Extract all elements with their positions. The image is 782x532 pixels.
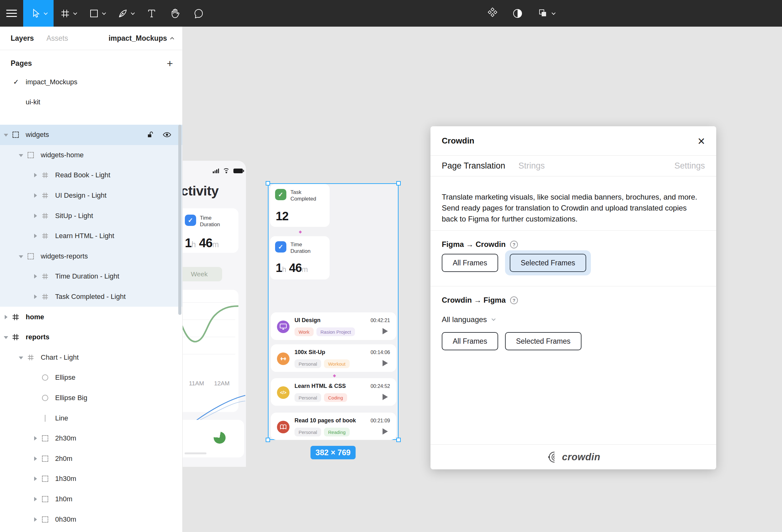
layer-row-ui-design[interactable]: UI Design - Light xyxy=(0,185,182,206)
text-tool-button[interactable] xyxy=(140,0,163,27)
selected-frame-widgets[interactable]: ✓ Task Completed 12 ✓ Time Duration 1 h … xyxy=(268,183,398,440)
play-icon[interactable] xyxy=(383,328,388,334)
frame-grid-icon xyxy=(12,333,20,341)
mask-button[interactable] xyxy=(505,7,530,20)
unlock-icon[interactable] xyxy=(146,131,154,139)
layer-row-situp[interactable]: SitUp - Light xyxy=(0,206,182,226)
page-item-ui-kit[interactable]: ui-kit xyxy=(0,92,182,112)
layer-row-2h0m[interactable]: 2h0m xyxy=(0,449,182,469)
sidebar-scrollbar[interactable] xyxy=(178,125,181,315)
layer-row-widgets-home[interactable]: widgets-home xyxy=(0,145,182,166)
section-dashed-icon xyxy=(41,516,49,523)
page-item-impact-mockups[interactable]: ✓ impact_Mockups xyxy=(0,72,182,92)
layer-row-ellipse[interactable]: Ellipse xyxy=(0,367,182,388)
line-chart-card: 11AM 12AM xyxy=(183,290,239,412)
selection-handle[interactable] xyxy=(266,181,270,185)
chevron-right-icon[interactable] xyxy=(33,497,38,502)
chevron-right-icon[interactable] xyxy=(3,315,8,320)
hand-tool-button[interactable] xyxy=(163,0,187,27)
chevron-right-icon[interactable] xyxy=(33,294,38,299)
all-frames-button[interactable]: All Frames xyxy=(442,332,498,350)
play-icon[interactable] xyxy=(383,360,388,366)
layer-row-learn-html[interactable]: Learn HTML - Light xyxy=(0,226,182,246)
week-pill[interactable]: Week xyxy=(183,267,222,281)
selection-handle[interactable] xyxy=(396,181,401,185)
modal-header: Crowdin × xyxy=(430,126,716,156)
tab-assets[interactable]: Assets xyxy=(46,34,68,43)
chevron-right-icon[interactable] xyxy=(33,213,38,218)
chevron-down-icon[interactable] xyxy=(3,334,8,340)
pages-header: Pages + xyxy=(0,55,182,72)
pie-card xyxy=(183,420,244,457)
shape-tool-button[interactable] xyxy=(82,0,111,27)
tag: Personal xyxy=(294,393,321,402)
tab-page-translation[interactable]: Page Translation xyxy=(442,161,505,171)
close-icon[interactable]: × xyxy=(698,136,705,146)
layer-row-widgets-reports[interactable]: widgets-reports xyxy=(0,246,182,267)
play-icon[interactable] xyxy=(383,394,388,400)
component-button[interactable] xyxy=(480,7,505,20)
layer-row-ellipse-big[interactable]: Ellipse Big xyxy=(0,388,182,408)
check-icon: ✓ xyxy=(275,189,286,200)
selection-handle[interactable] xyxy=(266,438,270,442)
layer-row-reports[interactable]: reports xyxy=(0,327,182,348)
tag: Work xyxy=(294,327,314,336)
help-icon[interactable]: ? xyxy=(510,241,518,248)
layer-row-2h30m[interactable]: 2h30m xyxy=(0,428,182,449)
chevron-right-icon[interactable] xyxy=(33,436,38,441)
help-icon[interactable]: ? xyxy=(510,296,518,304)
selected-frames-button[interactable]: Selected Frames xyxy=(510,254,586,272)
layer-row-widgets[interactable]: widgets xyxy=(0,125,182,145)
tab-strings[interactable]: Strings xyxy=(519,161,545,171)
canvas[interactable]: ctivity ✓ Time Duration 1 h 46 m Week xyxy=(183,27,782,532)
boolean-groups-button[interactable] xyxy=(530,7,561,20)
chevron-right-icon[interactable] xyxy=(33,456,38,461)
pen-tool-button[interactable] xyxy=(111,0,140,27)
pages-title: Pages xyxy=(11,59,32,68)
battery-icon xyxy=(234,169,243,173)
chevron-down-icon xyxy=(102,11,106,15)
page-selector-dropdown[interactable]: impact_Mockups xyxy=(108,34,174,43)
layer-row-1h0m[interactable]: 1h0m xyxy=(0,489,182,509)
layer-row-home[interactable]: home xyxy=(0,307,182,327)
all-frames-button[interactable]: All Frames xyxy=(442,254,498,272)
layer-row-line[interactable]: Line xyxy=(0,408,182,428)
section-dashed-icon xyxy=(41,475,49,482)
layer-row-chart-light[interactable]: Chart - Light xyxy=(0,348,182,368)
layer-row-0h30m[interactable]: 0h30m xyxy=(0,509,182,530)
chevron-down-icon[interactable] xyxy=(18,355,23,360)
eye-icon[interactable] xyxy=(162,131,172,138)
main-menu-button[interactable] xyxy=(0,0,23,27)
selection-handle[interactable] xyxy=(396,438,401,442)
frame-tool-button[interactable] xyxy=(54,0,82,27)
mockup-activity-partial[interactable]: ctivity ✓ Time Duration 1 h 46 m Week xyxy=(183,161,246,467)
chevron-down-icon[interactable] xyxy=(3,132,8,137)
chevron-right-icon[interactable] xyxy=(33,193,38,198)
layer-row-task-completed[interactable]: Task Completed - Light xyxy=(0,287,182,307)
layer-row-read-book[interactable]: Read Book - Light xyxy=(0,165,182,185)
layer-row-1h30m[interactable]: 1h30m xyxy=(0,469,182,489)
add-page-button[interactable]: + xyxy=(167,58,173,69)
task-row-learn-html: </> Learn HTML & CSS 00:24:52 Personal C… xyxy=(271,378,396,406)
chevron-right-icon[interactable] xyxy=(33,173,38,178)
monitor-icon xyxy=(277,321,289,333)
tab-settings[interactable]: Settings xyxy=(674,161,705,171)
layer-row-time-duration[interactable]: Time Duration - Light xyxy=(0,266,182,287)
check-icon: ✓ xyxy=(275,241,286,252)
comment-tool-button[interactable] xyxy=(187,0,210,27)
x-axis-labels: 11AM 12AM xyxy=(189,380,229,387)
task-row-ui-design: UI Design 00:42:21 Work Rasion Project xyxy=(271,312,396,340)
chevron-right-icon[interactable] xyxy=(33,234,38,239)
tab-layers[interactable]: Layers xyxy=(11,34,34,43)
selected-frames-button[interactable]: Selected Frames xyxy=(505,332,581,350)
chevron-right-icon[interactable] xyxy=(33,476,38,481)
play-icon[interactable] xyxy=(383,428,388,434)
figma-app: Layers Assets impact_Mockups Pages + ✓ i… xyxy=(0,0,782,532)
frame-icon xyxy=(60,8,70,19)
chevron-down-icon[interactable] xyxy=(18,254,23,259)
chevron-down-icon[interactable] xyxy=(18,152,23,157)
chevron-right-icon[interactable] xyxy=(33,274,38,279)
chevron-right-icon[interactable] xyxy=(33,517,38,522)
language-dropdown[interactable]: All languages xyxy=(442,315,705,324)
move-tool-button[interactable] xyxy=(23,0,54,27)
